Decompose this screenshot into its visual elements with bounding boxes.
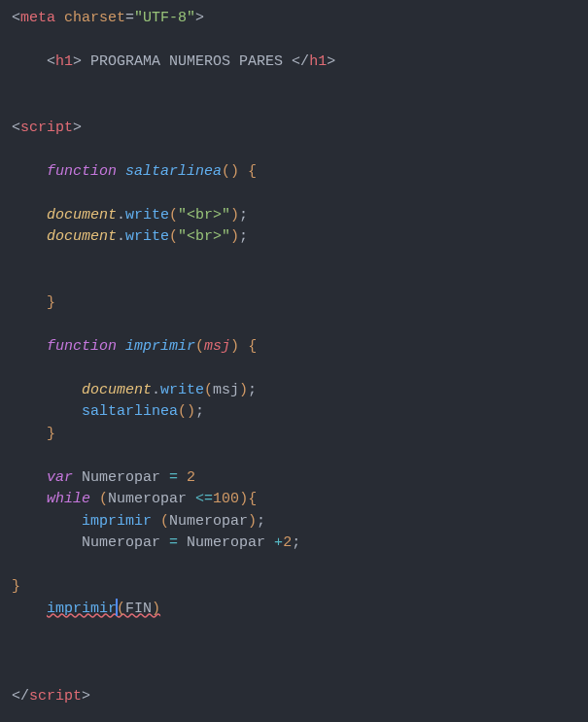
code-line: }: [0, 424, 588, 446]
code-line: [0, 183, 588, 205]
code-line: [0, 664, 588, 686]
code-line: </script>: [0, 686, 588, 708]
code-line: <h1> PROGRAMA NUMEROS PARES </h1>: [0, 52, 588, 74]
code-line: [0, 30, 588, 52]
code-line: }: [0, 292, 588, 315]
code-line: [0, 270, 588, 292]
code-line: <meta charset="UTF-8">: [0, 8, 588, 30]
code-editor[interactable]: <meta charset="UTF-8"> <h1> PROGRAMA NUM…: [0, 8, 588, 707]
code-line: document.write(msj);: [0, 380, 588, 402]
code-line: [0, 95, 588, 118]
code-line: [0, 139, 588, 161]
code-line: }: [0, 576, 588, 599]
code-line: [0, 314, 588, 336]
code-line: [0, 74, 588, 96]
code-line: [0, 358, 588, 380]
code-line: <script>: [0, 118, 588, 140]
code-line: [0, 555, 588, 577]
code-line: [0, 445, 588, 467]
code-line: function saltarlinea() {: [0, 161, 588, 184]
code-line: [0, 620, 588, 642]
code-line: function imprimir(msj) {: [0, 336, 588, 359]
code-line: saltarlinea();: [0, 401, 588, 424]
code-line: [0, 642, 588, 665]
code-line: Numeropar = Numeropar +2;: [0, 533, 588, 555]
code-line: imprimir (Numeropar);: [0, 511, 588, 533]
code-line: [0, 249, 588, 271]
code-line: imprimir(FIN): [0, 599, 588, 621]
code-line: document.write("<br>");: [0, 226, 588, 249]
code-line: document.write("<br>");: [0, 205, 588, 227]
text-cursor: [116, 599, 118, 616]
code-line: var Numeropar = 2: [0, 467, 588, 490]
code-line: while (Numeropar <=100){: [0, 489, 588, 511]
